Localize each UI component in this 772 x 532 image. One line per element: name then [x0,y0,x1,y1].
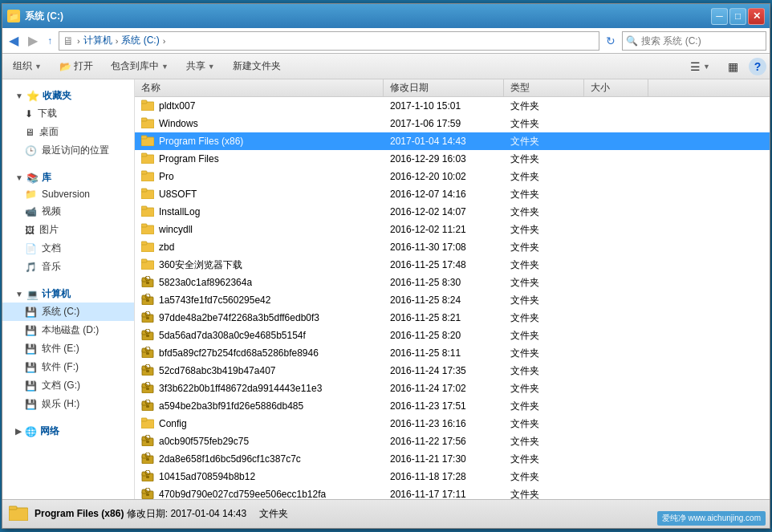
folder-icon [141,329,154,343]
folder-icon [141,117,154,131]
cell-type: 文件夹 [504,364,584,378]
table-row[interactable]: 10415ad708594b8b12 2016-11-18 17:28 文件夹 [135,468,770,485]
table-row[interactable]: Program Files (x86) 2017-01-04 14:43 文件夹 [135,132,770,150]
folder-icon [141,417,154,431]
maximize-button[interactable]: □ [729,8,746,25]
folder-icon [141,311,154,325]
path-computer[interactable]: 计算机 [83,34,112,47]
folder-icon [141,453,154,466]
open-button[interactable]: 📂 打开 [52,56,100,77]
sidebar-section-computer-header[interactable]: ▼ 💻 计算机 [2,284,134,303]
view-button[interactable]: ☰▼ [683,56,717,77]
cell-name: 360安全浏览器下载 [135,258,384,272]
svg-rect-69 [146,493,149,496]
svg-rect-3 [141,118,147,121]
address-path[interactable]: 🖥 › 计算机 › 系统 (C:) › [59,31,599,51]
organize-button[interactable]: 组织 ▼ [6,56,49,77]
preview-button[interactable]: ▦ [721,56,746,77]
table-row[interactable]: 470b9d790e027cd759ee506ecc1b12fa 2016-11… [135,485,770,499]
sidebar-section-favorites-header[interactable]: ▼ ⭐ 收藏夹 [2,86,134,104]
status-folder-icon [9,505,28,524]
cell-name: 5da56ad7da308a0c9e4685b5154f [135,329,384,343]
col-header-name[interactable]: 名称 [135,79,384,96]
table-row[interactable]: 3f3b622b0b1ff48672da9914443e11e3 2016-11… [135,380,770,397]
cell-date: 2016-12-02 11:21 [384,224,504,235]
cell-date: 2016-11-21 17:30 [384,453,504,465]
sidebar-item-document[interactable]: 📄 文档 [2,239,134,258]
table-row[interactable]: 97dde48a2be74f2268a3b5dff6edb0f3 2016-11… [135,309,770,327]
sidebar-item-f[interactable]: 💾 软件 (F:) [2,358,134,376]
path-drive[interactable]: 系统 (C:) [121,34,159,47]
table-row[interactable]: Program Files 2016-12-29 16:03 文件夹 [135,150,770,168]
table-row[interactable]: Pro 2016-12-20 10:02 文件夹 [135,168,770,185]
sidebar-item-h[interactable]: 💾 娱乐 (H:) [2,395,134,413]
table-row[interactable]: 1a5743fe1fd7c560295e42 2016-11-25 8:24 文… [135,291,770,309]
sidebar-item-recent[interactable]: 🕒 最近访问的位置 [2,141,134,160]
col-header-type[interactable]: 类型 [504,79,584,96]
table-row[interactable]: Config 2016-11-23 16:16 文件夹 [135,415,770,433]
sidebar-item-c[interactable]: 💾 系统 (C:) [2,303,134,321]
cell-date: 2016-11-25 8:21 [384,312,504,323]
libraries-arrow: ▼ [15,173,23,182]
favorites-arrow: ▼ [15,91,23,100]
col-header-date[interactable]: 修改日期 [384,79,504,96]
file-name: InstallLog [159,206,200,217]
g-drive-label: 文档 (G:) [42,379,80,392]
forward-button[interactable]: ▶ [25,31,41,50]
file-name: Config [159,418,187,429]
help-button[interactable]: ? [749,58,766,75]
svg-rect-39 [146,352,149,355]
back-button[interactable]: ◀ [6,31,22,50]
col-header-size[interactable]: 大小 [584,79,648,96]
file-name: Pro [159,171,174,182]
sidebar-item-e[interactable]: 💾 软件 (E:) [2,339,134,358]
d-drive-icon: 💾 [25,325,37,336]
file-name: 5823a0c1af8962364a [159,277,252,288]
table-row[interactable]: 360安全浏览器下载 2016-11-25 17:48 文件夹 [135,256,770,274]
minimize-button[interactable]: ─ [711,8,728,25]
cell-name: bfd5a89cf27b254fcd68a5286bfe8946 [135,347,384,360]
search-box[interactable]: 🔍 [622,31,766,51]
table-row[interactable]: pldtx007 2017-1-10 15:01 文件夹 [135,97,770,115]
cell-type: 文件夹 [504,453,584,466]
cell-name: wincydll [135,223,384,237]
table-row[interactable]: a594be2ba3bf91fd26e5886db485 2016-11-23 … [135,397,770,415]
up-button[interactable]: ↑ [44,34,55,48]
organize-arrow: ▼ [35,63,42,71]
sidebar-section-network-header[interactable]: ▶ 🌐 网络 [2,421,134,440]
table-row[interactable]: 5da56ad7da308a0c9e4685b5154f 2016-11-25 … [135,327,770,344]
table-row[interactable]: 52cd768abc3b419b47a407 2016-11-24 17:35 … [135,362,770,380]
table-row[interactable]: wincydll 2016-12-02 11:21 文件夹 [135,221,770,238]
new-folder-button[interactable]: 新建文件夹 [226,56,288,77]
sidebar-item-subversion[interactable]: 📁 Subversion [2,186,134,202]
include-button[interactable]: 包含到库中 ▼ [104,56,176,77]
table-row[interactable]: bfd5a89cf27b254fcd68a5286bfe8946 2016-11… [135,344,770,362]
sidebar-item-video[interactable]: 📹 视频 [2,202,134,221]
network-arrow: ▶ [15,427,22,436]
table-row[interactable]: zbd 2016-11-30 17:08 文件夹 [135,238,770,256]
window-title: 系统 (C:) [25,10,63,23]
close-button[interactable]: ✕ [748,8,765,25]
sidebar-item-desktop[interactable]: 🖥 桌面 [2,123,134,141]
table-row[interactable]: U8SOFT 2016-12-07 14:16 文件夹 [135,185,770,203]
sidebar-item-music[interactable]: 🎵 音乐 [2,258,134,276]
sidebar-item-d[interactable]: 💾 本地磁盘 (D:) [2,321,134,339]
folder-icon [141,188,154,201]
share-button[interactable]: 共享 ▼ [179,56,222,77]
sidebar-item-download[interactable]: ⬇ 下载 [2,104,134,123]
cell-type: 文件夹 [504,99,584,113]
sidebar-item-image[interactable]: 🖼 图片 [2,221,134,239]
refresh-button[interactable]: ↻ [603,33,619,49]
table-row[interactable]: Windows 2017-1-06 17:59 文件夹 [135,115,770,132]
table-row[interactable]: InstallLog 2016-12-02 14:07 文件夹 [135,203,770,221]
sidebar-item-g[interactable]: 💾 文档 (G:) [2,376,134,395]
table-row[interactable]: 2da8e658f1d6bc5d96cf1c387c7c 2016-11-21 … [135,450,770,468]
svg-rect-5 [141,136,147,139]
search-input[interactable] [641,35,754,47]
table-row[interactable]: a0cb90f575feb29c75 2016-11-22 17:56 文件夹 [135,433,770,450]
cell-type: 文件夹 [504,311,584,325]
table-row[interactable]: 5823a0c1af8962364a 2016-11-25 8:30 文件夹 [135,274,770,291]
recent-label: 最近访问的位置 [42,144,109,157]
sidebar-section-libraries-header[interactable]: ▼ 📚 库 [2,168,134,186]
h-drive-icon: 💾 [25,399,37,410]
